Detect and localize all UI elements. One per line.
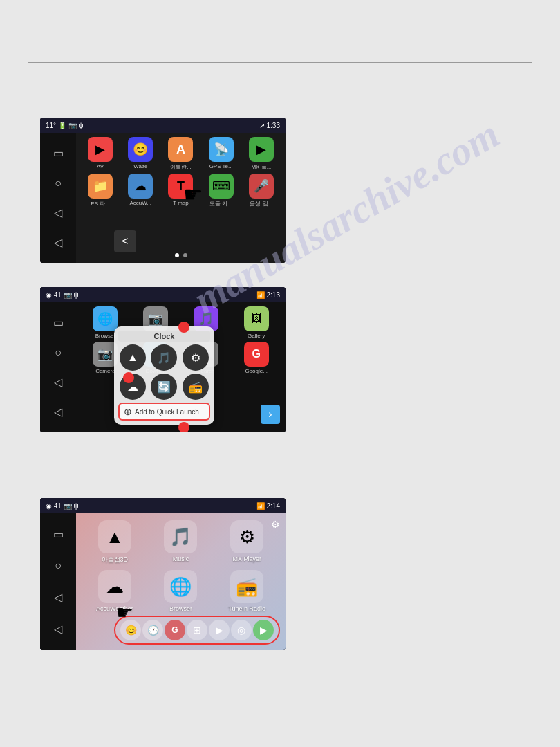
nav-home-3[interactable]: ○	[48, 556, 68, 575]
android-screen-3: ▭ ○ ◁ ◁ ⚙ ▲ 아즐랩3D 🎵	[40, 513, 286, 650]
status-left-3: ◉ 41 📷 ψ	[46, 502, 79, 510]
app-item-gps[interactable]: 📡 GPS Te...	[203, 137, 240, 171]
app-item-mxplayer[interactable]: ⚙ MX Player	[216, 520, 277, 564]
ql-icon-play[interactable]: ▶	[209, 620, 230, 640]
app-icon-tunein: 📻	[230, 570, 263, 603]
app-icon-gallery: 🖼	[244, 306, 269, 331]
app-icon-nav3d: ▲	[98, 520, 131, 553]
page-container: manualsarchive.com 11° 🔋 📷 ψ ↗ 1:33 ▭ ○ …	[0, 0, 560, 747]
app-item-dodol[interactable]: ⌨ 도돌 키...	[203, 174, 240, 208]
app-label-es: ES 파...	[91, 200, 110, 208]
qm-icon-radio[interactable]: 📻	[183, 374, 209, 400]
screenshot-3: ◉ 41 📷 ψ 📶 2:14 ▭ ○ ◁ ◁ ⚙ ▲ 아즐랩3D	[40, 498, 286, 650]
app-icon-browser3: 🌐	[164, 570, 197, 603]
app-icon-voice: 🎤	[249, 174, 274, 199]
quick-launch-bar: 😊 🕐 G ⊞ ▶ ◎ ▶	[114, 616, 280, 645]
ql-icon-google[interactable]: G	[165, 620, 185, 640]
app-label-gallery: Gallery	[248, 333, 265, 339]
app-item-browser3[interactable]: 🌐 Browser	[151, 570, 212, 612]
app-label-gps: GPS Te...	[209, 163, 233, 169]
app-label-accuweather: AccuWeather	[96, 605, 133, 612]
android-screen-2: ▭ ○ ◁ ◁ 🌐 Browser 📷 Ca...	[40, 302, 286, 432]
quick-menu-grid: ▲ 🎵 ⚙ ☁ 🔄 📻	[118, 344, 210, 400]
nav-vol-2[interactable]: ◁	[48, 403, 68, 422]
main-content-1: ▶ AV 😊 Waze A 아틀란... 📡	[76, 133, 286, 263]
qm-icon-mx[interactable]: ⚙	[183, 344, 209, 371]
app-item-waze[interactable]: 😊 Waze	[122, 137, 159, 171]
app-icon-gps: 📡	[209, 137, 234, 162]
app-label-browser: Browser	[95, 333, 115, 339]
nav-back-3[interactable]: ◁	[48, 588, 68, 607]
qm-icon-nav[interactable]: ▲	[120, 344, 146, 371]
ql-icon-clock[interactable]: 🕐	[142, 620, 163, 640]
app-icon-waze: 😊	[128, 137, 153, 162]
app-grid-3: ▲ 아즐랩3D 🎵 Music ⚙ MX Player ☁	[76, 513, 286, 616]
nav-vol-3[interactable]: ◁	[48, 619, 68, 638]
app-grid-1: ▶ AV 😊 Waze A 아틀란... 📡	[76, 133, 286, 212]
app-item-accuw[interactable]: ☁ AccuW...	[122, 174, 159, 208]
plus-icon: ⊕	[124, 406, 132, 417]
nav-recent-1[interactable]: ▭	[48, 144, 68, 163]
back-button-1[interactable]: <	[114, 230, 136, 252]
app-item-google[interactable]: G Google...	[232, 342, 280, 374]
app-label-google: Google...	[245, 368, 267, 374]
add-quick-launch-label: Add to Quick Launch	[135, 408, 199, 416]
qm-icon-music[interactable]: 🎵	[151, 344, 177, 371]
app-icon-google: G	[244, 342, 269, 367]
status-bar-2: ◉ 41 📷 ψ 📶 2:13	[40, 287, 286, 302]
dot-active	[175, 253, 179, 257]
ss1-background: ▶ AV 😊 Waze A 아틀란... 📡	[76, 133, 286, 263]
ss3-background: ⚙ ▲ 아즐랩3D 🎵 Music ⚙ MX Play	[76, 513, 286, 650]
app-icon-music3: 🎵	[164, 520, 197, 553]
app-label-camera2: Camera	[95, 368, 115, 374]
app-item-atlan[interactable]: A 아틀란...	[162, 137, 199, 171]
app-item-tmap[interactable]: T T map	[162, 174, 199, 208]
top-rule	[28, 62, 532, 63]
settings-icon[interactable]: ⚙	[271, 519, 280, 530]
app-item-accuweather[interactable]: ☁ AccuWeather	[84, 570, 145, 612]
app-item-voice[interactable]: 🎤 음성 검...	[243, 174, 280, 208]
ql-icon-waze[interactable]: 😊	[120, 620, 141, 640]
app-item-mx[interactable]: ▶ MX 플...	[243, 137, 280, 171]
nav-bar-1: ▭ ○ ◁ ◁	[40, 133, 76, 263]
nav-home-2[interactable]: ○	[48, 343, 68, 362]
app-icon-mxplayer: ⚙	[230, 520, 263, 553]
nav-home-1[interactable]: ○	[48, 174, 68, 193]
app-label-av: AV	[97, 163, 104, 169]
status-left-1: 11° 🔋 📷 ψ	[46, 122, 84, 129]
ql-icon-apps[interactable]: ⊞	[187, 620, 207, 640]
app-item-gallery[interactable]: 🖼 Gallery	[232, 306, 280, 339]
nav-back-2[interactable]: ◁	[48, 373, 68, 392]
app-item-nav3d[interactable]: ▲ 아즐랩3D	[84, 520, 145, 564]
ql-icon-disc[interactable]: ◎	[231, 620, 252, 640]
status-left-2: ◉ 41 📷 ψ	[46, 291, 79, 299]
app-item-av[interactable]: ▶ AV	[82, 137, 119, 171]
nav-recent-2[interactable]: ▭	[48, 313, 68, 333]
app-label-atlan: 아틀란...	[170, 163, 192, 171]
app-icon-atlan: A	[168, 137, 193, 162]
status-right-3: 📶 2:14	[256, 502, 280, 510]
nav-recent-3[interactable]: ▭	[48, 525, 68, 544]
app-item-tunein[interactable]: 📻 TuneIn Radio	[216, 570, 277, 612]
red-dot-left	[123, 372, 134, 383]
app-icon-mx: ▶	[249, 137, 274, 162]
screenshot-1: 11° 🔋 📷 ψ ↗ 1:33 ▭ ○ ◁ ◁ ▶ AV	[40, 118, 286, 263]
nav-vol-1[interactable]: ◁	[48, 233, 68, 252]
android-screen-1: ▭ ○ ◁ ◁ ▶ AV 😊 Waze	[40, 133, 286, 263]
nav-bar-3: ▭ ○ ◁ ◁	[40, 513, 76, 650]
ql-icon-play2[interactable]: ▶	[253, 620, 274, 640]
add-to-quick-launch-btn[interactable]: ⊕ Add to Quick Launch	[118, 403, 210, 421]
nav-back-1[interactable]: ◁	[48, 203, 68, 223]
app-label-browser3: Browser	[169, 605, 192, 612]
next-arrow-btn[interactable]: ›	[261, 405, 280, 424]
qm-icon-browser2[interactable]: 🔄	[151, 374, 177, 400]
app-label-dodol: 도돌 키...	[209, 200, 232, 208]
app-item-music3[interactable]: 🎵 Music	[151, 520, 212, 564]
status-bar-1: 11° 🔋 📷 ψ ↗ 1:33	[40, 118, 286, 133]
app-icon-dodol: ⌨	[209, 174, 234, 199]
app-item-es[interactable]: 📁 ES 파...	[82, 174, 119, 208]
app-icon-accuw: ☁	[128, 174, 153, 199]
app-label-voice: 음성 검...	[250, 200, 272, 208]
status-right-2: 📶 2:13	[256, 291, 280, 299]
back-icon-1: <	[122, 235, 128, 248]
